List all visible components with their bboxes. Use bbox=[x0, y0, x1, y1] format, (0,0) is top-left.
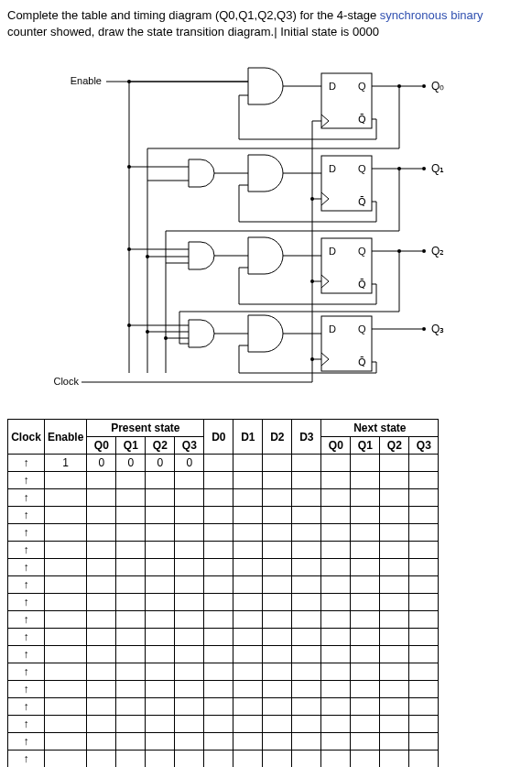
table-cell bbox=[321, 646, 351, 663]
table-cell bbox=[45, 646, 87, 663]
table-cell bbox=[204, 646, 233, 663]
table-cell bbox=[380, 455, 409, 472]
table-cell bbox=[263, 524, 292, 542]
table-cell bbox=[146, 733, 175, 751]
table-cell bbox=[380, 542, 409, 559]
table-cell bbox=[87, 542, 116, 559]
table-cell bbox=[204, 681, 233, 698]
q0-label: Q₀ bbox=[431, 80, 444, 93]
table-cell bbox=[409, 751, 439, 767]
q2-label: Q₂ bbox=[431, 245, 444, 257]
table-row: ↑ bbox=[8, 524, 439, 542]
table-cell bbox=[45, 629, 87, 646]
table-cell bbox=[233, 576, 263, 594]
table-cell bbox=[146, 594, 175, 611]
table-body: ↑10000↑↑↑↑↑↑↑↑↑↑↑↑↑↑↑↑↑ bbox=[8, 455, 439, 767]
table-cell bbox=[380, 646, 409, 663]
table-cell bbox=[175, 751, 204, 767]
svg-text:Q̄: Q̄ bbox=[358, 114, 366, 125]
table-cell bbox=[146, 663, 175, 681]
table-cell bbox=[116, 681, 146, 698]
table-cell bbox=[175, 576, 204, 594]
svg-point-54 bbox=[397, 167, 401, 170]
table-cell bbox=[116, 507, 146, 524]
table-cell bbox=[321, 751, 351, 767]
table-cell: 1 bbox=[45, 455, 87, 472]
table-cell bbox=[204, 594, 233, 611]
table-cell bbox=[321, 542, 351, 559]
table-cell bbox=[409, 681, 439, 698]
state-table: Clock Enable Present state D0 D1 D2 D3 N… bbox=[7, 419, 525, 767]
table-cell bbox=[87, 594, 116, 611]
table-cell bbox=[45, 663, 87, 681]
table-cell bbox=[380, 681, 409, 698]
table-cell bbox=[204, 663, 233, 681]
clock-label: Clock bbox=[53, 376, 79, 387]
svg-point-90 bbox=[422, 327, 426, 331]
svg-point-72 bbox=[146, 330, 149, 334]
col-nq2: Q2 bbox=[380, 437, 409, 455]
table-cell: ↑ bbox=[8, 646, 45, 663]
table-cell bbox=[87, 698, 116, 716]
table-cell bbox=[409, 472, 439, 489]
table-cell bbox=[351, 542, 380, 559]
table-cell bbox=[116, 472, 146, 489]
table-cell bbox=[87, 646, 116, 663]
table-cell bbox=[233, 698, 263, 716]
table-cell bbox=[116, 751, 146, 767]
table-cell: ↑ bbox=[8, 524, 45, 542]
table-cell bbox=[263, 663, 292, 681]
table-cell bbox=[233, 663, 263, 681]
table-cell bbox=[292, 629, 321, 646]
enable-label: Enable bbox=[70, 75, 101, 86]
table-cell bbox=[45, 716, 87, 733]
table-cell bbox=[263, 542, 292, 559]
table-row: ↑ bbox=[8, 594, 439, 611]
table-cell bbox=[409, 507, 439, 524]
prompt-highlight: synchronous binary bbox=[380, 8, 483, 22]
svg-text:Q: Q bbox=[358, 81, 366, 92]
table-cell bbox=[292, 472, 321, 489]
table-cell bbox=[204, 507, 233, 524]
table-cell bbox=[204, 542, 233, 559]
table-cell bbox=[233, 733, 263, 751]
table-cell bbox=[321, 594, 351, 611]
table-cell bbox=[321, 559, 351, 576]
table-row: ↑ bbox=[8, 751, 439, 767]
table-cell bbox=[233, 594, 263, 611]
col-q1: Q1 bbox=[116, 437, 146, 455]
table-cell bbox=[409, 663, 439, 681]
table-cell bbox=[87, 559, 116, 576]
table-cell bbox=[263, 716, 292, 733]
table-cell bbox=[321, 455, 351, 472]
table-cell bbox=[45, 559, 87, 576]
col-d3: D3 bbox=[292, 420, 321, 455]
table-cell bbox=[233, 472, 263, 489]
col-d2: D2 bbox=[263, 420, 292, 455]
table-cell bbox=[409, 559, 439, 576]
table-row: ↑ bbox=[8, 646, 439, 663]
table-cell: ↑ bbox=[8, 681, 45, 698]
table-row: ↑ bbox=[8, 576, 439, 594]
table-cell bbox=[380, 472, 409, 489]
col-d0: D0 bbox=[204, 420, 233, 455]
table-cell bbox=[175, 507, 204, 524]
table-cell bbox=[263, 594, 292, 611]
svg-point-24 bbox=[422, 84, 426, 88]
table-cell bbox=[351, 698, 380, 716]
table-cell bbox=[233, 611, 263, 629]
table-cell bbox=[175, 542, 204, 559]
table-cell bbox=[175, 698, 204, 716]
table-cell bbox=[45, 472, 87, 489]
table-cell bbox=[380, 663, 409, 681]
table-cell bbox=[175, 524, 204, 542]
svg-text:D: D bbox=[329, 323, 336, 334]
table-cell bbox=[45, 733, 87, 751]
table-row: ↑ bbox=[8, 507, 439, 524]
table-cell bbox=[351, 646, 380, 663]
table-cell bbox=[321, 681, 351, 698]
table-cell bbox=[263, 611, 292, 629]
table-cell bbox=[146, 489, 175, 507]
svg-point-50 bbox=[146, 255, 149, 258]
table-cell bbox=[87, 524, 116, 542]
